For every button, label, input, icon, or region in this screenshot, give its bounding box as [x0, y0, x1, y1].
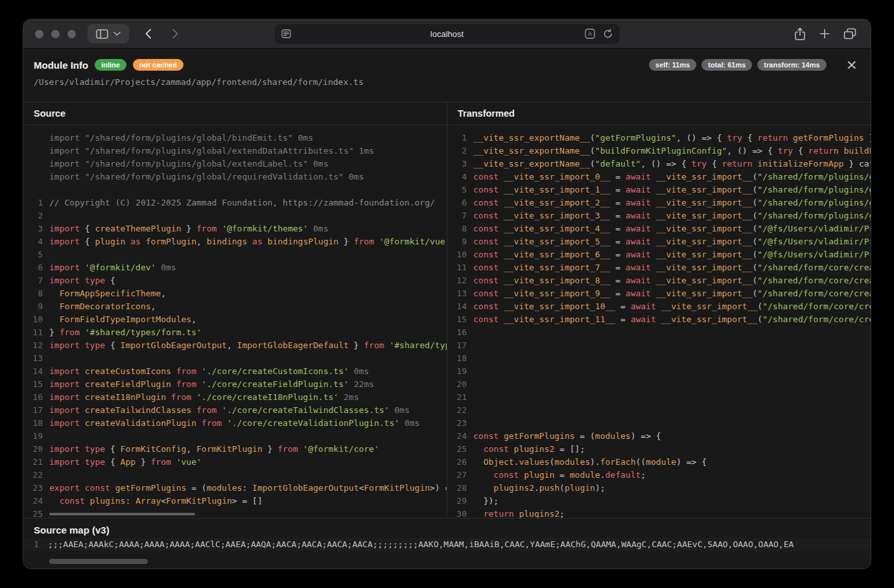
source-horizontal-scrollbar[interactable] — [49, 513, 195, 515]
code-line: import "/shared/form/plugins/global/exte… — [29, 158, 447, 171]
line-content: const __vite_ssr_import_8__ = await __vi… — [473, 274, 871, 287]
zoom-window-button[interactable] — [67, 30, 76, 38]
svg-text:A: A — [587, 30, 591, 37]
code-line: 15const __vite_ssr_import_11__ = await _… — [453, 313, 871, 326]
code-line: 18import createValidationPlugin from './… — [29, 417, 447, 430]
forward-button[interactable] — [167, 24, 183, 43]
line-content: import { plugin as formPlugin, bindings … — [49, 235, 447, 248]
line-number: 24 — [29, 495, 43, 508]
url-text: localhost — [430, 29, 464, 39]
line-number — [29, 171, 43, 183]
reload-icon[interactable] — [603, 29, 613, 39]
line-number: 14 — [453, 300, 467, 313]
sourcemap-title: Source map (v3) — [23, 519, 871, 538]
line-content: export const getFormPlugins = (modules: … — [49, 482, 447, 495]
back-button[interactable] — [139, 24, 156, 43]
new-tab-button[interactable] — [819, 28, 830, 40]
line-number: 10 — [29, 313, 43, 326]
timing-pill-self: self: 11ms — [649, 59, 696, 71]
line-number: 28 — [453, 482, 467, 495]
code-line: 5const __vite_ssr_import_1__ = await __v… — [453, 183, 871, 196]
line-number: 11 — [453, 261, 467, 274]
code-line: import "/shared/form/plugins/global/exte… — [29, 145, 447, 158]
back-icon — [145, 29, 151, 39]
line-number: 21 — [453, 391, 467, 404]
new-tab-icon — [819, 28, 830, 40]
close-button[interactable]: × — [845, 58, 859, 72]
timing-pill-total: total: 61ms — [701, 59, 752, 71]
reader-icon[interactable] — [281, 29, 291, 38]
line-number — [29, 132, 43, 145]
line-number: 18 — [29, 417, 43, 430]
line-content: import "/shared/form/plugins/global/exte… — [49, 145, 374, 158]
code-line: 7const __vite_ssr_import_3__ = await __v… — [453, 209, 871, 222]
line-number: 10 — [453, 248, 467, 261]
line-content: }); — [473, 495, 499, 508]
line-number: 12 — [453, 274, 467, 287]
tab-overview-button[interactable] — [843, 28, 856, 40]
line-content: import createI18nPlugin from './core/cre… — [49, 391, 359, 404]
code-line: 22 — [29, 469, 447, 482]
line-number: 8 — [29, 287, 43, 300]
code-line: 21import type { App } from 'vue' — [29, 456, 447, 469]
line-number — [29, 158, 43, 171]
code-line: 2__vite_ssr_exportName__("buildFormKitPl… — [453, 145, 871, 158]
line-number: 26 — [453, 456, 467, 469]
line-number: 7 — [453, 209, 467, 222]
line-content: const plugin = module.default; — [473, 469, 646, 482]
sidebar-toggle-button[interactable] — [88, 24, 129, 43]
line-number: 1 — [453, 132, 467, 145]
line-content: const __vite_ssr_import_9__ = await __vi… — [473, 287, 871, 300]
line-content: import { createThemePlugin } from '@form… — [49, 222, 329, 235]
address-bar[interactable]: localhost A — [275, 24, 620, 44]
code-line: 27 const plugin = module.default; — [453, 469, 871, 482]
line-number: 17 — [453, 339, 467, 352]
code-line: 20 — [453, 378, 871, 391]
sidebar-icon — [96, 29, 108, 39]
code-line: 1__vite_ssr_exportName__("getFormPlugins… — [453, 132, 871, 145]
code-line: import "/shared/form/plugins/global/requ… — [29, 171, 447, 183]
line-content: return plugins2; — [473, 508, 565, 518]
line-content: import type { — [49, 274, 115, 287]
source-panel: Source import "/shared/form/plugins/glob… — [23, 102, 447, 518]
minimize-window-button[interactable] — [51, 30, 60, 38]
line-number: 16 — [29, 391, 43, 404]
code-line: 13const __vite_ssr_import_9__ = await __… — [453, 287, 871, 300]
line-number: 14 — [29, 365, 43, 378]
line-number: 11 — [29, 326, 43, 339]
code-line: 20import type { FormKitConfig, FormKitPl… — [29, 443, 447, 456]
line-content: const __vite_ssr_import_1__ = await __vi… — [473, 183, 871, 196]
code-line: 17 — [453, 339, 871, 352]
code-line: 11const __vite_ssr_import_7__ = await __… — [453, 261, 871, 274]
transformed-code-view[interactable]: 1__vite_ssr_exportName__("getFormPlugins… — [447, 125, 871, 518]
code-line: 11} from '#shared/types/form.ts' — [29, 326, 447, 339]
code-line — [29, 183, 447, 196]
line-number: 12 — [29, 339, 43, 352]
translate-icon[interactable]: A — [585, 29, 595, 39]
transformed-panel: Transformed 1__vite_ssr_exportName__("ge… — [447, 102, 871, 518]
tab-overview-icon — [843, 28, 856, 40]
line-number: 20 — [29, 443, 43, 456]
code-line: 16 — [453, 326, 871, 339]
window-controls — [35, 30, 76, 38]
code-line: 29 }); — [453, 495, 871, 508]
line-number: 29 — [453, 495, 467, 508]
code-line: 3__vite_ssr_exportName__("default", () =… — [453, 158, 871, 171]
close-window-button[interactable] — [35, 30, 43, 38]
page-horizontal-scrollbar-thumb[interactable] — [49, 559, 148, 564]
line-number: 21 — [29, 456, 43, 469]
transformed-panel-title: Transformed — [447, 102, 871, 125]
code-line: 28 plugins2.push(plugin); — [453, 482, 871, 495]
line-content: Object.values(modules).forEach((module) … — [473, 456, 707, 469]
line-number: 2 — [453, 145, 467, 158]
share-button[interactable] — [794, 27, 806, 41]
code-panels: Source import "/shared/form/plugins/glob… — [23, 102, 871, 518]
line-number: 1 — [29, 196, 43, 209]
code-line: 22 — [453, 404, 871, 417]
code-line: 5 — [29, 248, 447, 261]
line-content: const __vite_ssr_import_7__ = await __vi… — [473, 261, 871, 274]
line-content: __vite_ssr_exportName__("getFormPlugins"… — [473, 132, 871, 145]
line-content: const __vite_ssr_import_4__ = await __vi… — [473, 222, 871, 235]
source-code-view[interactable]: import "/shared/form/plugins/global/bind… — [23, 125, 447, 518]
code-line: 4const __vite_ssr_import_0__ = await __v… — [453, 171, 871, 183]
